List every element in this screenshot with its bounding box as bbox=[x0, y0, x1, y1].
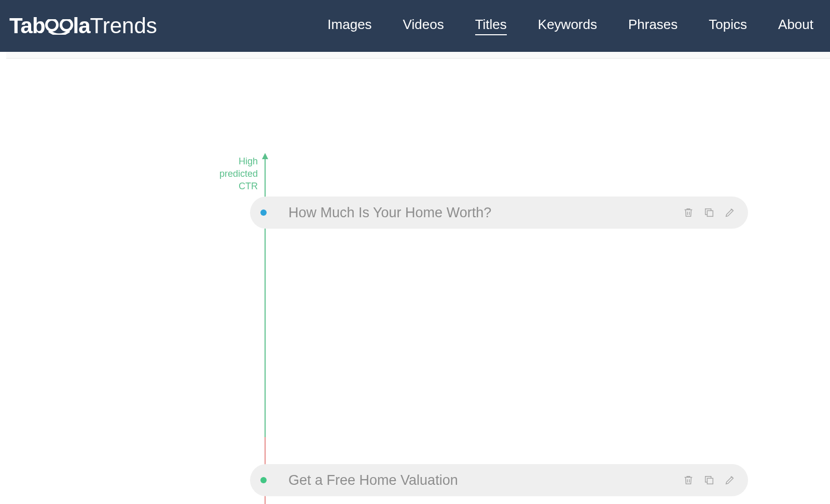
trash-icon[interactable] bbox=[683, 474, 694, 486]
ctr-dot-icon bbox=[260, 477, 267, 483]
nav-titles[interactable]: Titles bbox=[475, 17, 507, 35]
nav-phrases[interactable]: Phrases bbox=[628, 17, 677, 35]
axis-label-high: High predicted CTR bbox=[185, 155, 258, 192]
app-header: TablaTrends Images Videos Titles Keyword… bbox=[0, 0, 830, 52]
nav-about[interactable]: About bbox=[778, 17, 813, 35]
svg-point-0 bbox=[46, 20, 57, 31]
svg-rect-2 bbox=[707, 211, 713, 216]
title-analyzer-stage: High predicted CTR Low predicted CTR How… bbox=[6, 59, 830, 504]
title-card[interactable]: Get a Free Home Valuation bbox=[250, 464, 748, 496]
trash-icon[interactable] bbox=[683, 207, 694, 218]
sub-header-bar bbox=[6, 52, 830, 59]
brand-subtitle: Trends bbox=[90, 13, 157, 38]
nav-keywords[interactable]: Keywords bbox=[538, 17, 597, 35]
nav-videos[interactable]: Videos bbox=[403, 17, 444, 35]
svg-point-1 bbox=[61, 20, 72, 31]
main-nav: Images Videos Titles Keywords Phrases To… bbox=[327, 17, 813, 35]
nav-topics[interactable]: Topics bbox=[709, 17, 747, 35]
title-card[interactable]: How Much Is Your Home Worth? bbox=[250, 197, 748, 229]
brand-logo: TablaTrends bbox=[9, 13, 157, 38]
duplicate-icon[interactable] bbox=[703, 207, 715, 218]
ctr-dot-icon bbox=[260, 209, 267, 216]
title-actions bbox=[683, 474, 736, 486]
nav-images[interactable]: Images bbox=[327, 17, 371, 35]
title-text[interactable]: Get a Free Home Valuation bbox=[288, 472, 683, 488]
duplicate-icon[interactable] bbox=[703, 474, 715, 486]
edit-icon[interactable] bbox=[724, 207, 736, 218]
edit-icon[interactable] bbox=[724, 474, 736, 486]
title-text[interactable]: How Much Is Your Home Worth? bbox=[288, 205, 683, 221]
title-actions bbox=[683, 207, 736, 218]
svg-rect-3 bbox=[707, 478, 713, 484]
